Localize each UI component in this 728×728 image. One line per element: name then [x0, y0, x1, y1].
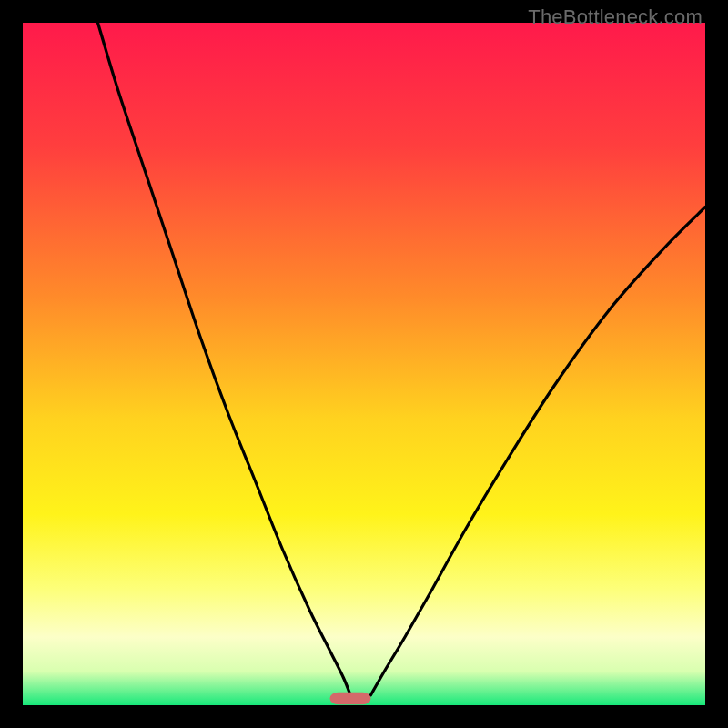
chart-svg	[23, 23, 705, 705]
gradient-background	[23, 23, 705, 705]
minimum-marker	[330, 693, 371, 705]
watermark-text: TheBottleneck.com	[528, 5, 703, 29]
chart-frame	[23, 23, 705, 705]
